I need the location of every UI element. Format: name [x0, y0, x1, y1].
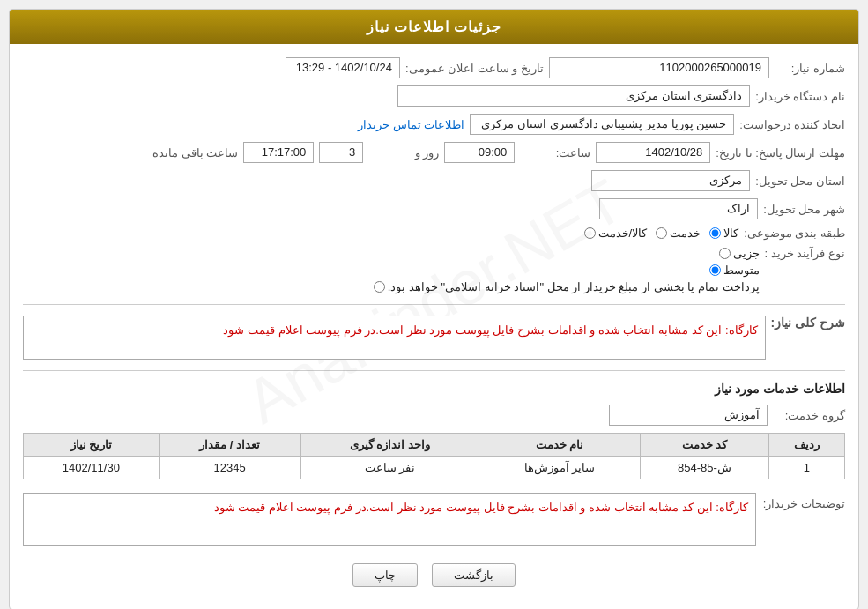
ostan-label: استان محل تحویل: [755, 175, 845, 188]
namDastgah-label: نام دستگاه خریدار: [755, 90, 845, 103]
shomareNiaz-label: شماره نیاز: [775, 62, 845, 75]
radio-jozvi-input[interactable] [719, 248, 731, 259]
buyer-desc-row: توضیحات خریدار: کارگاه: این کد مشابه انت… [23, 493, 845, 546]
back-button[interactable]: بازگشت [432, 563, 516, 587]
col-vahed: واحد اندازه گیری [300, 434, 479, 457]
radio-other-input[interactable] [374, 281, 385, 293]
sharh-label: شرح کلی نیاز: [771, 316, 845, 330]
cell-kod: ش-85-854 [641, 457, 769, 479]
shahr-value: اراک [599, 198, 758, 219]
row-noeFarayand: نوع فرآیند خرید : جزیی متوسط پرداخت تمام… [23, 247, 845, 293]
tabaghebandi-options: کالا خدمت کالا/خدمت [584, 227, 739, 240]
row-ostan: استان محل تحویل: مرکزی [23, 170, 845, 191]
radio-motavaset: متوسط [374, 264, 760, 277]
radio-kala-khadamat: کالا/خدمت [584, 227, 648, 240]
cell-tedad: 12345 [159, 457, 300, 479]
ijadKonande-label: ایجاد کننده درخواست: [739, 118, 845, 131]
action-bar: بازگشت چاپ [23, 563, 845, 596]
col-radif: ردیف [768, 434, 844, 457]
shahr-label: شهر محل تحویل: [763, 203, 845, 216]
radio-kala-khadamat-input[interactable] [584, 227, 596, 239]
radio-jozvi-label: جزیی [733, 247, 760, 260]
sharh-container: کارگاه: این کد مشابه انتخاب شده و اقداما… [23, 316, 766, 360]
col-name: نام خدمت [479, 434, 641, 457]
radio-kala-label: کالا [723, 227, 738, 240]
buyer-desc-label: توضیحات خریدار: [763, 493, 845, 510]
tarikhoSaat-value: 1402/10/24 - 13:29 [286, 57, 400, 78]
cell-name: سایر آموزش‌ها [479, 457, 641, 479]
grohe-khadamat-label: گروه خدمت: [775, 409, 845, 422]
row-namDastgah: نام دستگاه خریدار: دادگستری استان مرکزی [23, 85, 845, 107]
buyer-desc-section: توضیحات خریدار: کارگاه: این کد مشابه انت… [23, 493, 845, 546]
col-kod: کد خدمت [641, 434, 769, 457]
table-row: 1 ش-85-854 سایر آموزش‌ها نفر ساعت 12345 … [24, 457, 845, 479]
radio-other-label: پرداخت تمام یا بخشی از مبلغ خریدار از مح… [388, 280, 760, 293]
row-mohlat: مهلت ارسال پاسخ: تا تاریخ: 1402/10/28 سا… [23, 142, 845, 163]
mohlat-rooz: 3 [319, 142, 363, 163]
cell-tarikh: 1402/11/30 [24, 457, 160, 479]
radio-khadamat: خدمت [656, 227, 701, 240]
noeFarayand-options: جزیی متوسط پرداخت تمام یا بخشی از مبلغ خ… [374, 247, 760, 293]
mohlat-saat: 09:00 [444, 142, 515, 163]
sharh-value: کارگاه: این کد مشابه انتخاب شده و اقداما… [23, 316, 766, 360]
row-tabaghebandi: طبقه بندی موضوعی: کالا خدمت کالا/خدمت [23, 227, 845, 240]
divider2 [23, 370, 845, 371]
grohe-khadamat-value: آموزش [609, 405, 768, 426]
radio-kala-khadamat-label: کالا/خدمت [598, 227, 648, 240]
row-grohe-khadamat: گروه خدمت: آموزش [23, 405, 845, 426]
khadamat-section-title: اطلاعات خدمات مورد نیاز [23, 382, 845, 396]
radio-other: پرداخت تمام یا بخشی از مبلغ خریدار از مح… [374, 280, 760, 293]
khadamat-table-section: ردیف کد خدمت نام خدمت واحد اندازه گیری ت… [23, 433, 845, 479]
cell-radif: 1 [768, 457, 844, 479]
col-tedad: تعداد / مقدار [159, 434, 300, 457]
radio-kala: کالا [709, 227, 738, 240]
amar-tamas-link[interactable]: اطلاعات تماس خریدار [358, 118, 464, 131]
mohlat-rooz-label: روز و [368, 146, 439, 160]
ijadKonande-value: حسین پوریا مدیر پشتیبانی دادگستری استان … [470, 114, 734, 135]
tabaghebandi-label: طبقه بندی موضوعی: [744, 227, 845, 240]
noeFarayand-label: نوع فرآیند خرید : [765, 247, 845, 260]
tarikhoSaat-label: تاریخ و ساعت اعلان عمومی: [405, 62, 544, 75]
col-tarikh: تاریخ نیاز [24, 434, 160, 457]
cell-vahed: نفر ساعت [300, 457, 479, 479]
row-shahr: شهر محل تحویل: اراک [23, 198, 845, 219]
mohlat-saat2: 17:17:00 [243, 142, 314, 163]
khadamat-table: ردیف کد خدمت نام خدمت واحد اندازه گیری ت… [23, 433, 845, 479]
mohlat-saat2-label: ساعت باقی مانده [152, 146, 238, 160]
radio-kala-input[interactable] [709, 227, 721, 239]
mohlat-saat-label: ساعت: [520, 146, 590, 160]
radio-motavaset-input[interactable] [709, 264, 721, 276]
radio-motavaset-label: متوسط [723, 264, 760, 277]
row-ijadKonande: ایجاد کننده درخواست: حسین پوریا مدیر پشت… [23, 114, 845, 135]
mohlat-label: مهلت ارسال پاسخ: تا تاریخ: [716, 146, 845, 160]
row-shomareNiaz: شماره نیاز: 1102000265000019 تاریخ و ساع… [23, 57, 845, 78]
radio-jozvi: جزیی [374, 247, 760, 260]
radio-khadamat-input[interactable] [656, 227, 667, 239]
page-title: جزئیات اطلاعات نیاز [367, 19, 502, 34]
print-button[interactable]: چاپ [352, 563, 418, 587]
mohlat-date: 1402/10/28 [596, 142, 710, 163]
radio-khadamat-label: خدمت [670, 227, 701, 240]
row-sharh: شرح کلی نیاز: کارگاه: این کد مشابه انتخا… [23, 316, 845, 360]
page-header: جزئیات اطلاعات نیاز [10, 10, 858, 44]
ostan-value: مرکزی [591, 170, 750, 191]
divider1 [23, 304, 845, 305]
shomareNiaz-value: 1102000265000019 [549, 57, 769, 78]
namDastgah-value: دادگستری استان مرکزی [397, 85, 750, 107]
buyer-desc-value: کارگاه: این کد مشابه انتخاب شده و اقداما… [23, 493, 756, 546]
